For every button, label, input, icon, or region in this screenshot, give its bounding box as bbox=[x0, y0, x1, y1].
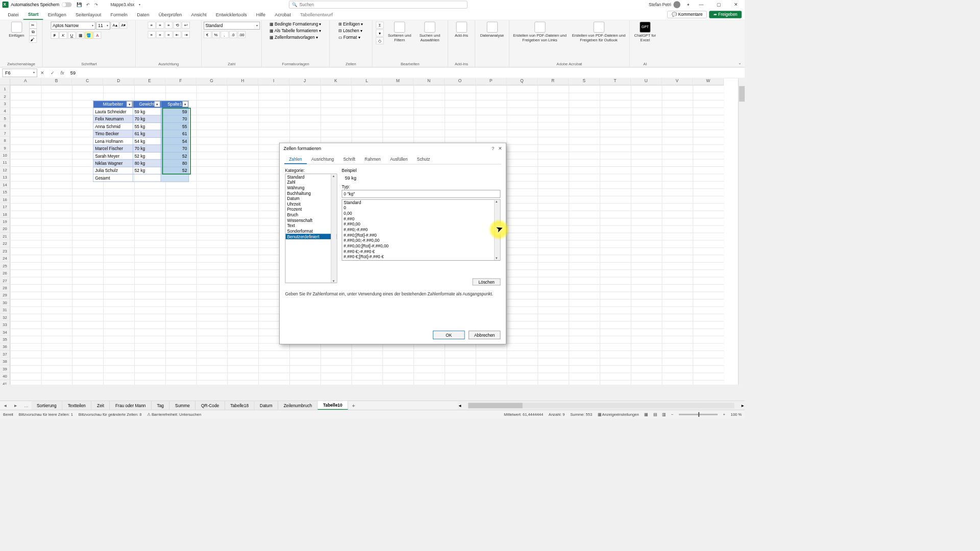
category-item[interactable]: Währung bbox=[285, 185, 336, 191]
view-normal-icon[interactable]: ▦ bbox=[644, 412, 648, 416]
vertical-scrollbar[interactable] bbox=[738, 79, 745, 385]
number-format-select[interactable]: Standard▾ bbox=[204, 22, 260, 30]
currency-icon[interactable]: € bbox=[204, 31, 211, 38]
row-header[interactable]: 12 bbox=[0, 166, 10, 173]
row-header[interactable]: 35 bbox=[0, 336, 10, 343]
table-header-mitarbeiter[interactable]: Mitarbeiter▾ bbox=[93, 101, 133, 108]
indent-inc-icon[interactable]: ⇥ bbox=[182, 31, 189, 38]
format-item[interactable]: #.##0,00 €;-#.##0,00 € bbox=[342, 259, 500, 260]
sheet-tab[interactable]: Zeilenumbruch bbox=[278, 401, 317, 410]
category-item[interactable]: Wissenschaft bbox=[285, 217, 336, 223]
column-header[interactable]: C bbox=[72, 79, 103, 86]
row-header[interactable]: 8 bbox=[0, 137, 10, 144]
wrap-text-icon[interactable]: ↩ bbox=[182, 22, 189, 29]
column-header[interactable]: E bbox=[134, 79, 165, 86]
row-header[interactable]: 17 bbox=[0, 203, 10, 210]
category-item[interactable]: Datum bbox=[285, 196, 336, 202]
search-input[interactable] bbox=[300, 3, 467, 7]
sheet-tab[interactable]: QR-Code bbox=[195, 401, 225, 410]
sheet-tab[interactable]: Textteilen bbox=[62, 401, 91, 410]
view-break-icon[interactable]: ▥ bbox=[662, 412, 666, 416]
column-header[interactable]: I bbox=[258, 79, 289, 86]
tab-entwicklertools[interactable]: Entwicklertools bbox=[211, 9, 252, 20]
row-header[interactable]: 38 bbox=[0, 358, 10, 365]
category-item[interactable]: Buchhaltung bbox=[285, 190, 336, 196]
align-middle-icon[interactable]: ≡ bbox=[156, 22, 164, 29]
tab-start[interactable]: Start bbox=[23, 9, 43, 20]
formula-input[interactable]: 59 bbox=[67, 70, 745, 76]
category-list[interactable]: StandardZahlWährungBuchhaltungDatumUhrze… bbox=[285, 173, 337, 283]
table-cell[interactable]: 59 kg bbox=[133, 108, 161, 115]
sheet-tab[interactable]: Tag bbox=[152, 401, 170, 410]
bold-button[interactable]: F bbox=[51, 32, 59, 39]
row-header[interactable]: 34 bbox=[0, 329, 10, 336]
dialog-tab-zahlen[interactable]: Zahlen bbox=[284, 156, 307, 164]
sheet-tab[interactable]: Zeit bbox=[91, 401, 110, 410]
sheet-tab[interactable]: Frau oder Mann bbox=[110, 401, 152, 410]
sheet-nav-prev-icon[interactable]: ◄ bbox=[0, 403, 10, 408]
user-account[interactable]: Stefan Petri bbox=[649, 1, 680, 8]
collapse-ribbon-icon[interactable]: ⌄ bbox=[738, 61, 742, 66]
select-all-corner[interactable] bbox=[0, 79, 10, 86]
horizontal-scrollbar[interactable]: ◄ ► bbox=[458, 401, 745, 410]
table-cell[interactable]: Laura Schneider bbox=[93, 108, 133, 115]
column-header[interactable]: W bbox=[693, 79, 724, 86]
category-item[interactable]: Benutzerdefiniert bbox=[285, 234, 336, 239]
category-item[interactable]: Sonderformat bbox=[285, 229, 336, 234]
format-item[interactable]: #.##0,00 bbox=[342, 221, 500, 227]
format-item[interactable]: #.##0 €;[Rot]-#.##0 € bbox=[342, 254, 500, 260]
table-cell[interactable]: Julia Schulz bbox=[93, 167, 133, 174]
column-header[interactable]: P bbox=[476, 79, 507, 86]
scroll-track[interactable] bbox=[468, 403, 734, 408]
filename-chevron-icon[interactable]: ▾ bbox=[137, 3, 143, 7]
row-header[interactable]: 18 bbox=[0, 211, 10, 218]
dialog-tab-ausrichtung[interactable]: Ausrichtung bbox=[307, 156, 338, 164]
dialog-tab-rahmen[interactable]: Rahmen bbox=[360, 156, 385, 164]
sheet-nav-next-icon[interactable]: ► bbox=[10, 403, 20, 408]
column-header[interactable]: B bbox=[41, 79, 72, 86]
column-header[interactable]: T bbox=[600, 79, 631, 86]
font-name-select[interactable]: Aptos Narrow▾ bbox=[51, 22, 95, 30]
dialog-titlebar[interactable]: Zellen formatieren ?✕ bbox=[280, 143, 506, 154]
row-header[interactable]: 24 bbox=[0, 255, 10, 262]
sheet-tab[interactable]: Tabelle10 bbox=[317, 401, 348, 410]
view-page-icon[interactable]: ▤ bbox=[653, 412, 657, 416]
format-list[interactable]: Standard00,00#.##0#.##0,00#.##0;-#.##0#.… bbox=[342, 199, 501, 261]
category-item[interactable]: Text bbox=[285, 223, 336, 229]
table-header-spalte1[interactable]: Spalte1▾ bbox=[161, 101, 189, 108]
sheet-tab[interactable]: Sortierung bbox=[31, 401, 62, 410]
row-header[interactable]: 11 bbox=[0, 159, 10, 166]
pdf-link-button[interactable]: Erstellen von PDF-Dateien und Freigeben … bbox=[511, 22, 568, 42]
column-header[interactable]: J bbox=[289, 79, 321, 86]
row-header[interactable]: 6 bbox=[0, 122, 10, 129]
table-cell[interactable]: 80 bbox=[161, 160, 189, 167]
tab-acrobat[interactable]: Acrobat bbox=[270, 9, 296, 20]
tab-ueberpruefen[interactable]: Überprüfen bbox=[154, 9, 187, 20]
table-total-label[interactable]: Gesamt bbox=[93, 174, 133, 182]
row-header[interactable]: 29 bbox=[0, 292, 10, 299]
row-header[interactable]: 40 bbox=[0, 372, 10, 380]
category-item[interactable]: Prozent bbox=[285, 207, 336, 212]
row-header[interactable]: 32 bbox=[0, 314, 10, 321]
zoom-slider[interactable] bbox=[679, 414, 718, 415]
table-cell[interactable]: 52 bbox=[161, 167, 189, 174]
row-header[interactable]: 26 bbox=[0, 269, 10, 277]
add-sheet-button[interactable]: + bbox=[348, 403, 359, 409]
increase-font-icon[interactable]: A▴ bbox=[111, 22, 118, 29]
column-header[interactable]: U bbox=[631, 79, 662, 86]
column-header[interactable]: O bbox=[445, 79, 476, 86]
format-as-table-button[interactable]: ▦ Als Tabelle formatieren ▾ bbox=[270, 28, 321, 33]
table-cell[interactable]: 54 kg bbox=[133, 137, 161, 144]
close-button[interactable]: ✕ bbox=[727, 2, 745, 8]
row-header[interactable]: 2 bbox=[0, 93, 10, 100]
comments-button[interactable]: 💬 Kommentare bbox=[667, 11, 707, 18]
column-header[interactable]: M bbox=[382, 79, 413, 86]
table-cell[interactable]: 52 bbox=[161, 152, 189, 159]
format-item[interactable]: Standard bbox=[342, 199, 500, 205]
row-header[interactable]: 27 bbox=[0, 277, 10, 284]
table-cell[interactable]: 70 kg bbox=[133, 115, 161, 122]
autosum-icon[interactable]: Σ bbox=[376, 22, 383, 29]
row-header[interactable]: 23 bbox=[0, 247, 10, 255]
row-header[interactable]: 37 bbox=[0, 350, 10, 358]
zoom-out-button[interactable]: − bbox=[671, 412, 673, 416]
